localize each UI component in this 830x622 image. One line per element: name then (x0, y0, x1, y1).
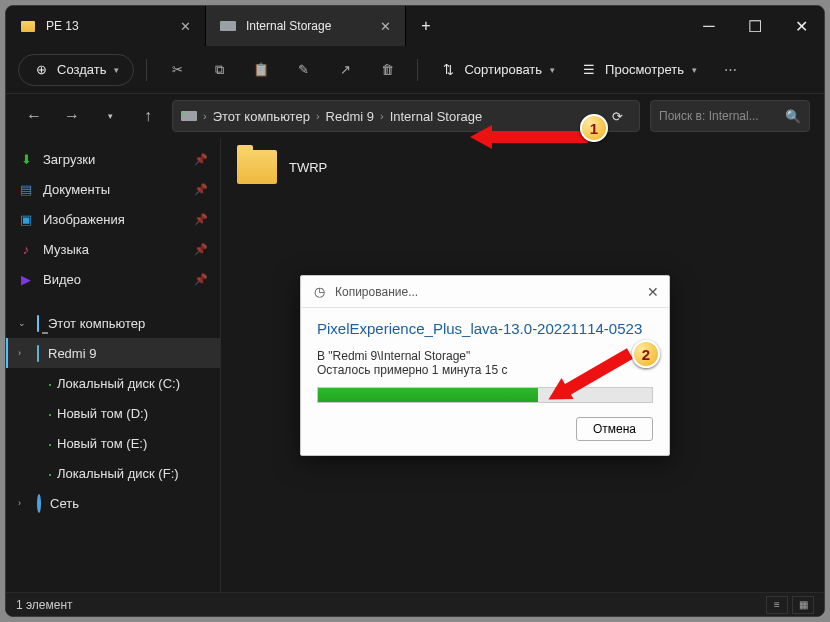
dialog-title: Копирование... (335, 285, 418, 299)
network-icon (37, 496, 41, 511)
sidebar-item-this-pc[interactable]: ⌄ Этот компьютер (6, 308, 220, 338)
sidebar-item-drive-e[interactable]: Новый том (E:) (6, 428, 220, 458)
sidebar-item-label: Сеть (50, 496, 79, 511)
sidebar-item-label: Этот компьютер (48, 316, 145, 331)
monitor-icon (37, 316, 39, 331)
dialog-body: PixelExperience_Plus_lava-13.0-20221114-… (301, 308, 669, 455)
create-button[interactable]: ⊕ Создать ▾ (18, 54, 134, 86)
search-input[interactable]: Поиск в: Internal... 🔍 (650, 100, 810, 132)
divider (146, 59, 147, 81)
sidebar-item-redmi9[interactable]: › Redmi 9 (6, 338, 220, 368)
title-bar: PE 13 ✕ Internal Storage ✕ + ─ ☐ ✕ (6, 6, 824, 46)
breadcrumb[interactable]: Internal Storage (390, 109, 483, 124)
chevron-right-icon: › (203, 110, 207, 122)
item-count: 1 элемент (16, 598, 73, 612)
sidebar-item-label: Видео (43, 272, 81, 287)
sidebar-item-label: Новый том (D:) (57, 406, 148, 421)
sidebar-item-label: Музыка (43, 242, 89, 257)
chevron-right-icon[interactable]: › (18, 498, 28, 508)
pin-icon: 📌 (194, 273, 208, 286)
pin-icon: 📌 (194, 183, 208, 196)
breadcrumb[interactable]: Этот компьютер (213, 109, 310, 124)
folder-icon (237, 150, 277, 184)
cut-icon: ✂ (169, 62, 185, 78)
sidebar-item-music[interactable]: ♪ Музыка 📌 (6, 234, 220, 264)
close-icon[interactable]: ✕ (180, 19, 191, 34)
sidebar-item-network[interactable]: › Сеть (6, 488, 220, 518)
copy-button[interactable]: ⧉ (201, 54, 237, 86)
new-tab-button[interactable]: + (406, 6, 446, 46)
close-icon[interactable]: ✕ (647, 284, 659, 300)
search-placeholder: Поиск в: Internal... (659, 109, 759, 123)
tab-label: PE 13 (46, 19, 79, 33)
rename-icon: ✎ (295, 62, 311, 78)
copy-destination: В "Redmi 9\Internal Storage" (317, 349, 653, 363)
create-label: Создать (57, 62, 106, 77)
document-icon: ▤ (18, 181, 34, 197)
sidebar-item-videos[interactable]: ▶ Видео 📌 (6, 264, 220, 294)
view-switcher: ≡ ▦ (766, 596, 814, 614)
sidebar-item-label: Изображения (43, 212, 125, 227)
sidebar-item-documents[interactable]: ▤ Документы 📌 (6, 174, 220, 204)
tab-internal-storage[interactable]: Internal Storage ✕ (206, 6, 406, 46)
back-button[interactable]: ← (20, 102, 48, 130)
plus-icon: ⊕ (33, 62, 49, 78)
close-button[interactable]: ✕ (778, 6, 824, 46)
up-button[interactable]: ↑ (134, 102, 162, 130)
sidebar-item-pictures[interactable]: ▣ Изображения 📌 (6, 204, 220, 234)
progress-fill (318, 388, 538, 402)
breadcrumb[interactable]: Redmi 9 (326, 109, 374, 124)
tab-pe13[interactable]: PE 13 ✕ (6, 6, 206, 46)
sidebar-item-label: Локальный диск (C:) (57, 376, 180, 391)
search-icon: 🔍 (785, 108, 801, 124)
sidebar-item-label: Локальный диск (F:) (57, 466, 179, 481)
maximize-button[interactable]: ☐ (732, 6, 778, 46)
paste-icon: 📋 (253, 62, 269, 78)
pin-icon: 📌 (194, 243, 208, 256)
minimize-button[interactable]: ─ (686, 6, 732, 46)
sort-label: Сортировать (464, 62, 542, 77)
details-view-button[interactable]: ≡ (766, 596, 788, 614)
chevron-right-icon[interactable]: › (18, 348, 28, 358)
sidebar: ⬇ Загрузки 📌 ▤ Документы 📌 ▣ Изображения… (6, 138, 221, 592)
copy-eta: Осталось примерно 1 минута 15 с (317, 363, 653, 377)
copy-dialog: ◷ Копирование... ✕ PixelExperience_Plus_… (300, 275, 670, 456)
paste-button[interactable]: 📋 (243, 54, 279, 86)
close-icon[interactable]: ✕ (380, 19, 391, 34)
sidebar-item-drive-d[interactable]: Новый том (D:) (6, 398, 220, 428)
chevron-down-icon[interactable]: ⌄ (18, 318, 28, 328)
cut-button[interactable]: ✂ (159, 54, 195, 86)
clock-icon: ◷ (311, 284, 327, 300)
delete-icon: 🗑 (379, 62, 395, 78)
sidebar-item-drive-f[interactable]: Локальный диск (F:) (6, 458, 220, 488)
progress-bar (317, 387, 653, 403)
sidebar-item-downloads[interactable]: ⬇ Загрузки 📌 (6, 144, 220, 174)
annotation-badge-2: 2 (632, 340, 660, 368)
chevron-down-icon: ▾ (114, 65, 119, 75)
rename-button[interactable]: ✎ (285, 54, 321, 86)
chevron-right-icon: › (380, 110, 384, 122)
video-icon: ▶ (18, 271, 34, 287)
sidebar-item-label: Redmi 9 (48, 346, 96, 361)
folder-item-twrp[interactable]: TWRP (237, 150, 808, 184)
pin-icon: 📌 (194, 153, 208, 166)
refresh-button[interactable]: ⟳ (603, 109, 631, 124)
view-button[interactable]: ☰ Просмотреть ▾ (571, 54, 707, 86)
address-row: ← → ▾ ↑ › Этот компьютер › Redmi 9 › Int… (6, 94, 824, 138)
forward-button[interactable]: → (58, 102, 86, 130)
sort-button[interactable]: ⇅ Сортировать ▾ (430, 54, 565, 86)
dialog-titlebar[interactable]: ◷ Копирование... ✕ (301, 276, 669, 308)
icons-view-button[interactable]: ▦ (792, 596, 814, 614)
history-button[interactable]: ▾ (96, 102, 124, 130)
toolbar: ⊕ Создать ▾ ✂ ⧉ 📋 ✎ ↗ 🗑 ⇅ Сортировать ▾ … (6, 46, 824, 94)
annotation-badge-1: 1 (580, 114, 608, 142)
share-button[interactable]: ↗ (327, 54, 363, 86)
more-button[interactable]: ⋯ (713, 54, 749, 86)
address-bar[interactable]: › Этот компьютер › Redmi 9 › Internal St… (172, 100, 640, 132)
folder-icon (20, 18, 36, 34)
cancel-button[interactable]: Отмена (576, 417, 653, 441)
view-icon: ☰ (581, 62, 597, 78)
delete-button[interactable]: 🗑 (369, 54, 405, 86)
sidebar-item-drive-c[interactable]: Локальный диск (C:) (6, 368, 220, 398)
chevron-down-icon: ▾ (692, 65, 697, 75)
